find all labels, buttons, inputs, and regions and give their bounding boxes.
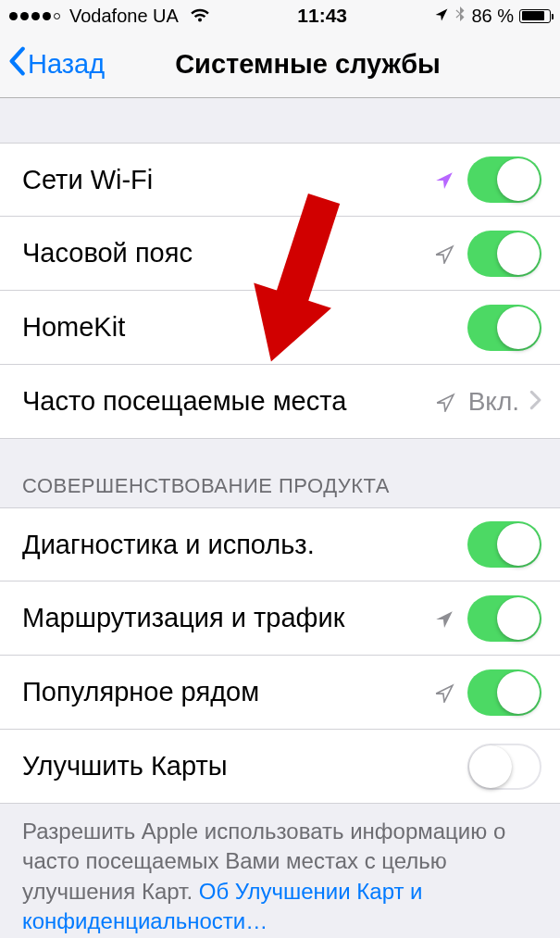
toggle-switch[interactable] [467, 744, 541, 790]
row-label: Часовой пояс [22, 238, 434, 269]
row-timezone[interactable]: Часовой пояс [0, 217, 560, 291]
toggle-switch[interactable] [467, 595, 541, 642]
chevron-left-icon [7, 46, 26, 82]
status-left: Vodafone UA [9, 6, 210, 27]
toggle-switch[interactable] [467, 231, 541, 277]
toggle-switch[interactable] [467, 156, 541, 203]
back-button[interactable]: Назад [7, 46, 105, 82]
row-diagnostics[interactable]: Диагностика и использ. [0, 507, 560, 582]
navigation-bar: Назад Системные службы [0, 31, 560, 98]
status-time: 11:43 [210, 5, 435, 27]
battery-percentage: 86 % [471, 6, 514, 27]
toggle-switch[interactable] [467, 669, 541, 716]
row-label: Сети Wi-Fi [22, 165, 434, 195]
row-popular-nearby[interactable]: Популярное рядом [0, 656, 560, 730]
carrier-name: Vodafone UA [69, 6, 179, 27]
row-wifi-networks[interactable]: Сети Wi-Fi [0, 143, 560, 217]
status-right: 86 % [434, 6, 551, 27]
bluetooth-icon [454, 6, 466, 27]
settings-group-1: Сети Wi-Fi Часовой пояс HomeKit Часто по… [0, 143, 560, 439]
row-label: Часто посещаемые места [22, 386, 435, 417]
wifi-icon [190, 8, 210, 23]
row-homekit[interactable]: HomeKit [0, 291, 560, 365]
row-improve-maps[interactable]: Улучшить Карты [0, 730, 560, 804]
row-label: Улучшить Карты [22, 751, 467, 782]
location-indicator-icon [434, 6, 449, 27]
location-arrow-icon [435, 392, 455, 412]
toggle-switch[interactable] [467, 521, 541, 568]
row-label: Популярное рядом [22, 677, 434, 707]
battery-fill [522, 11, 545, 20]
row-frequent-locations[interactable]: Часто посещаемые места Вкл. [0, 365, 560, 439]
battery-icon [519, 9, 551, 23]
location-arrow-icon [434, 682, 454, 703]
section-spacer [0, 98, 560, 143]
section-footer: Разрешить Apple использовать информацию … [0, 804, 560, 938]
signal-strength-icon [9, 12, 60, 20]
settings-group-2: Диагностика и использ. Маршрутизация и т… [0, 507, 560, 804]
row-label: HomeKit [22, 312, 467, 343]
detail-value: Вкл. [468, 387, 519, 417]
back-label: Назад [28, 49, 105, 80]
location-arrow-icon [434, 608, 454, 629]
location-arrow-icon [434, 244, 454, 264]
toggle-switch[interactable] [467, 305, 541, 351]
row-routing-traffic[interactable]: Маршрутизация и трафик [0, 582, 560, 656]
chevron-right-icon [529, 387, 541, 417]
location-arrow-icon [434, 169, 454, 190]
row-label: Диагностика и использ. [22, 530, 467, 560]
status-bar: Vodafone UA 11:43 86 % [0, 0, 560, 31]
section-header-product-improvement: СОВЕРШЕНСТВОВАНИЕ ПРОДУКТА [0, 439, 560, 507]
row-label: Маршрутизация и трафик [22, 603, 434, 633]
